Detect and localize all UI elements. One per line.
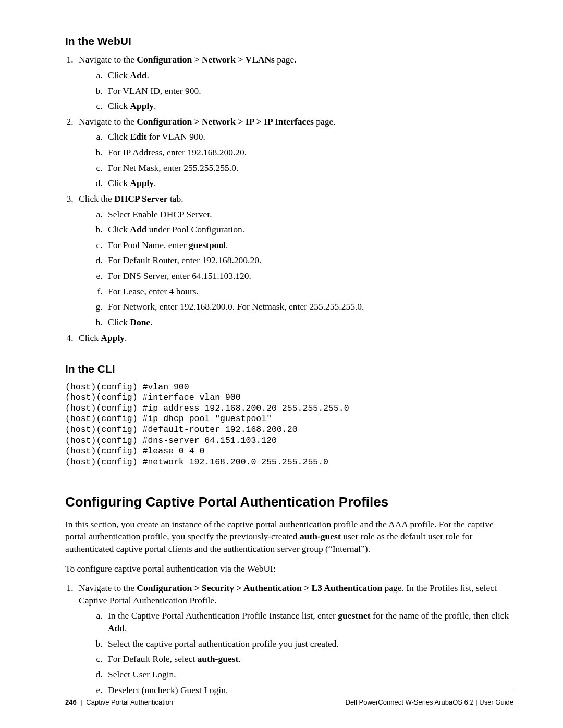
text: Navigate to the: [79, 583, 137, 593]
bold: Configuration > Security > Authenticatio…: [137, 583, 382, 593]
text: For Network, enter 192.168.200.0. For Ne…: [108, 301, 364, 312]
footer-left: 246 | Captive Portal Authentication: [65, 698, 173, 707]
step-3: Click the DHCP Server tab. Select Enable…: [76, 193, 511, 329]
substep: Click Apply.: [105, 177, 511, 190]
substep: Click Done.: [105, 316, 511, 329]
cli-section: In the CLI (host)(config) #vlan 900 (hos…: [65, 362, 511, 467]
substep: For VLAN ID, enter 900.: [105, 85, 511, 97]
page-footer: 246 | Captive Portal Authentication Dell…: [0, 690, 563, 707]
text: Navigate to the: [79, 116, 137, 127]
webui-steps: Navigate to the Configuration > Network …: [65, 54, 511, 344]
substep: For Default Router, enter 192.168.200.20…: [105, 254, 511, 267]
text: Click: [79, 332, 101, 343]
text: .: [226, 240, 228, 250]
text: For Default Role, select: [108, 653, 198, 664]
text: For Lease, enter 4 hours.: [108, 286, 199, 297]
text: page.: [275, 54, 297, 65]
substep: Click Add.: [105, 69, 511, 82]
text: Select Enable DHCP Server.: [108, 209, 212, 219]
bold: auth-guest: [198, 653, 239, 664]
bold: guestpool: [189, 240, 226, 250]
step-4: Click Apply.: [76, 332, 511, 344]
text: For Pool Name, enter: [108, 240, 189, 250]
bold: Apply: [101, 332, 125, 343]
text: Click: [108, 178, 130, 188]
footer-right: Dell PowerConnect W-Series ArubaOS 6.2 |…: [346, 698, 514, 707]
text: page.: [314, 116, 336, 127]
substep: In the Captive Portal Authentication Pro…: [105, 610, 511, 634]
substep: Click Apply.: [105, 100, 511, 113]
substep: For Default Role, select auth-guest.: [105, 653, 511, 665]
text: Select User Login.: [108, 669, 176, 680]
text: for the name of the profile, then click: [371, 610, 509, 621]
text: For IP Address, enter 192.168.200.20.: [108, 147, 247, 157]
text: For Net Mask, enter 255.255.255.0.: [108, 163, 238, 173]
substeps: Click Edit for VLAN 900. For IP Address,…: [79, 131, 511, 190]
substep: Select Enable DHCP Server.: [105, 208, 511, 221]
bold: DHCP Server: [114, 193, 168, 204]
page-number: 246: [65, 698, 77, 706]
text: For Default Router, enter 192.168.200.20…: [108, 255, 261, 265]
footer-sep: |: [80, 698, 82, 706]
bold: guestnet: [338, 610, 370, 621]
bold: Add: [130, 224, 146, 235]
text: .: [146, 70, 149, 80]
substep: For DNS Server, enter 64.151.103.120.: [105, 270, 511, 282]
substep: Click Edit for VLAN 900.: [105, 131, 511, 143]
text: Click: [108, 131, 130, 142]
step-2: Navigate to the Configuration > Network …: [76, 116, 511, 190]
step-1: Navigate to the Configuration > Network …: [76, 54, 511, 113]
text: For VLAN ID, enter 900.: [108, 85, 201, 96]
substep: Click Add under Pool Configuration.: [105, 224, 511, 236]
text: For DNS Server, enter 64.151.103.120.: [108, 270, 251, 281]
code-block: (host)(config) #vlan 900 (host)(config) …: [65, 382, 511, 468]
bold: Add: [108, 623, 125, 633]
paragraph: In this section, you create an instance …: [65, 519, 511, 556]
heading-cli: In the CLI: [65, 362, 511, 376]
bold: Add: [130, 70, 146, 80]
text: under Pool Configuration.: [146, 224, 244, 235]
substeps: In the Captive Portal Authentication Pro…: [79, 610, 511, 696]
heading-webui: In the WebUI: [65, 34, 511, 48]
text: To configure captive portal authenticati…: [65, 563, 276, 574]
text: for VLAN 900.: [146, 131, 205, 142]
text: Click: [108, 70, 130, 80]
text: Navigate to the: [79, 54, 137, 65]
substeps: Select Enable DHCP Server. Click Add und…: [79, 208, 511, 329]
text: .: [125, 332, 127, 343]
substep: For IP Address, enter 192.168.200.20.: [105, 146, 511, 159]
document-page: In the WebUI Navigate to the Configurati…: [0, 0, 563, 728]
substep: For Lease, enter 4 hours.: [105, 286, 511, 298]
footer-section: Captive Portal Authentication: [86, 698, 173, 706]
substep: For Net Mask, enter 255.255.255.0.: [105, 162, 511, 175]
footer-row: 246 | Captive Portal Authentication Dell…: [0, 698, 563, 707]
footer-rule: [52, 690, 513, 690]
text: .: [125, 623, 127, 633]
text: Click: [108, 101, 130, 111]
text: .: [154, 101, 156, 111]
text: Click: [108, 317, 130, 327]
text: Click the: [79, 193, 114, 204]
substep: For Network, enter 192.168.200.0. For Ne…: [105, 301, 511, 313]
bold: Configuration > Network > VLANs: [137, 54, 275, 65]
bold: Edit: [130, 131, 146, 142]
step-1: Navigate to the Configuration > Security…: [76, 582, 511, 696]
profile-steps: Navigate to the Configuration > Security…: [65, 582, 511, 696]
bold: Done.: [130, 317, 152, 327]
paragraph: To configure captive portal authenticati…: [65, 563, 511, 575]
bold: auth-guest: [300, 531, 341, 541]
heading-profiles: Configuring Captive Portal Authenticatio…: [65, 493, 511, 511]
text: Click: [108, 224, 130, 235]
substep: Select User Login.: [105, 669, 511, 681]
text: .: [154, 178, 156, 188]
bold: Configuration > Network > IP > IP Interf…: [137, 116, 314, 127]
substeps: Click Add. For VLAN ID, enter 900. Click…: [79, 69, 511, 113]
bold: Apply: [130, 101, 154, 111]
text: .: [238, 653, 240, 664]
substep: For Pool Name, enter guestpool.: [105, 239, 511, 252]
substep: Select the captive portal authentication…: [105, 638, 511, 650]
text: In the Captive Portal Authentication Pro…: [108, 610, 338, 621]
text: tab.: [168, 193, 183, 204]
bold: Apply: [130, 178, 154, 188]
text: Select the captive portal authentication…: [108, 638, 339, 649]
